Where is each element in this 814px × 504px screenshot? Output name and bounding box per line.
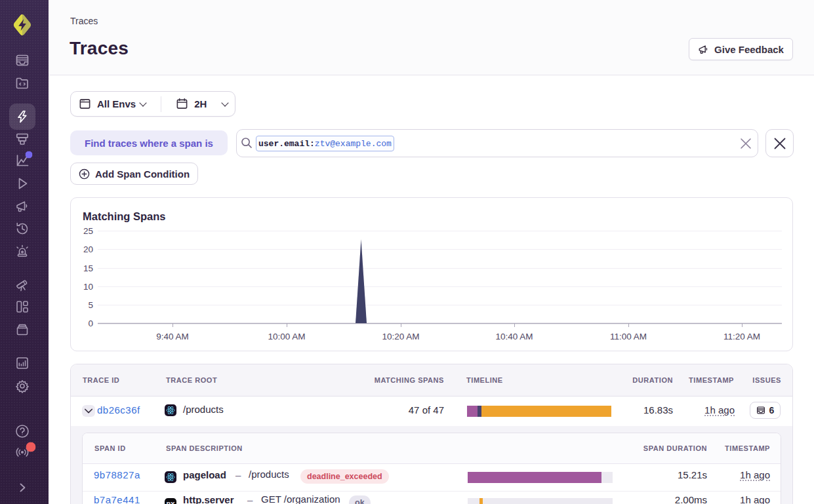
svg-text:25: 25 xyxy=(83,226,93,236)
svg-text:10:40 AM: 10:40 AM xyxy=(495,332,533,341)
svg-text:10:00 AM: 10:00 AM xyxy=(268,332,305,341)
svg-text:15: 15 xyxy=(83,263,93,273)
svg-text:5: 5 xyxy=(88,300,93,310)
svg-text:11:00 AM: 11:00 AM xyxy=(610,332,647,341)
svg-text:0: 0 xyxy=(88,319,93,328)
svg-text:10: 10 xyxy=(83,282,93,292)
svg-text:10:20 AM: 10:20 AM xyxy=(382,332,419,341)
svg-text:9:40 AM: 9:40 AM xyxy=(156,332,189,341)
svg-text:11:20 AM: 11:20 AM xyxy=(723,332,760,341)
svg-text:20: 20 xyxy=(83,244,93,254)
